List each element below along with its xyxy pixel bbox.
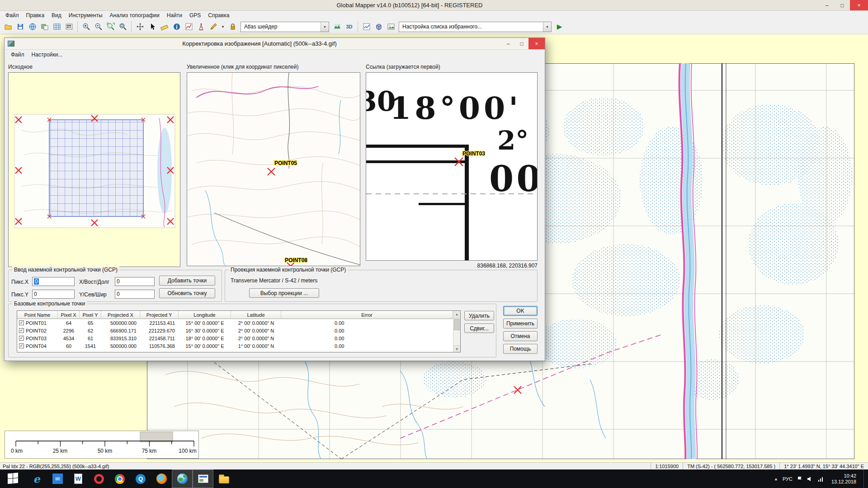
toolbar-overlay-button[interactable] <box>38 21 51 33</box>
taskbar-globalmapper-icon[interactable] <box>172 469 193 488</box>
dialog-menu-file[interactable]: Файл <box>7 51 28 58</box>
toolbar-pan-button[interactable] <box>134 21 146 33</box>
pixel-y-input[interactable]: 0 <box>32 290 75 299</box>
table-row[interactable]: ✓POINT01 64 65 500000.000 221153.411 15°… <box>17 319 460 327</box>
column-error[interactable]: Error <box>281 311 453 319</box>
toolbar-image-button[interactable] <box>385 21 397 33</box>
favorites-combo[interactable]: Настройка списка избранного... ▼ <box>399 22 552 32</box>
toolbar-lock-button[interactable] <box>226 21 239 33</box>
map-scale: 1:1015900 <box>651 463 683 469</box>
scrollbar-thumb[interactable] <box>454 319 460 330</box>
east-input[interactable]: 0 <box>115 277 155 286</box>
source-map-view[interactable] <box>8 72 180 267</box>
select-projection-button[interactable]: Выбор проекции ... <box>249 288 319 298</box>
toolbar-save-button[interactable] <box>14 21 26 33</box>
column-longitude[interactable]: Longitude <box>179 311 231 319</box>
shader-combo[interactable]: Atlas шейдер ▼ <box>241 22 329 32</box>
table-scrollbar[interactable]: ▲ ▼ <box>453 311 460 352</box>
menu-file[interactable]: Файл <box>2 12 23 19</box>
menu-tools[interactable]: Инструменты <box>65 12 106 19</box>
toolbar-path-profile-button[interactable] <box>360 21 373 33</box>
taskbar-chrome-icon[interactable] <box>109 469 130 488</box>
close-button[interactable]: × <box>850 0 868 10</box>
menu-view[interactable]: Вид <box>48 12 65 19</box>
pixel-x-input[interactable]: 0 <box>32 277 75 286</box>
taskbar-mail-icon[interactable]: ✉ <box>47 469 68 488</box>
toolbar-zoom-out-button[interactable] <box>92 21 104 33</box>
table-row[interactable]: ✓POINT02 2296 62 666900.171 221229.670 1… <box>17 327 460 334</box>
taskbar-firefox-icon[interactable] <box>151 469 172 488</box>
row-checkbox[interactable]: ✓ <box>19 343 24 348</box>
maximize-button[interactable]: □ <box>835 0 850 10</box>
column-projected-x[interactable]: Projected X <box>101 311 140 319</box>
column-point-name[interactable]: Point Name <box>17 311 58 319</box>
toolbar-info-button[interactable] <box>170 21 183 33</box>
flag-icon[interactable] <box>797 476 802 482</box>
taskbar-explorer-icon[interactable] <box>213 469 234 488</box>
toolbar-grid-button[interactable] <box>51 21 63 33</box>
toolbar-measure-button[interactable] <box>158 21 170 33</box>
language-indicator[interactable]: РУС <box>783 476 793 482</box>
apply-button[interactable]: Применить <box>503 319 538 328</box>
taskbar-word-icon[interactable]: W <box>68 469 89 488</box>
taskbar-q-icon[interactable]: Q <box>130 469 151 488</box>
toolbar-more-dropdown-button[interactable]: ▼ <box>219 21 226 33</box>
toolbar-terrain-button[interactable] <box>331 21 343 33</box>
start-button[interactable] <box>0 469 26 488</box>
toolbar-profile-button[interactable] <box>183 21 195 33</box>
menu-help[interactable]: Справка <box>204 12 233 19</box>
menu-search[interactable]: Найти <box>163 12 186 19</box>
minimize-button[interactable]: – <box>819 0 835 10</box>
row-checkbox[interactable]: ✓ <box>19 328 24 333</box>
column-latitude[interactable]: Latitude <box>231 311 281 319</box>
taskbar-opera-icon[interactable] <box>89 469 109 488</box>
volume-icon[interactable] <box>807 476 813 482</box>
reference-map-view[interactable]: 30 18°00' 2° 00 POINT03 <box>366 72 538 261</box>
scroll-down-icon[interactable]: ▼ <box>453 345 460 352</box>
column-pixel-y[interactable]: Pixel Y <box>80 311 101 319</box>
toolbar-zoom-box-button[interactable] <box>117 21 129 33</box>
toolbar-zoom-in-button[interactable] <box>80 21 92 33</box>
table-row[interactable]: ✓POINT04 60 1541 500000.000 110576.368 1… <box>17 342 460 350</box>
row-checkbox[interactable]: ✓ <box>19 336 24 341</box>
toolbar-run-button[interactable]: ▶ <box>553 21 566 33</box>
network-icon[interactable] <box>818 476 824 482</box>
toolbar-gps-tower-button[interactable] <box>195 21 207 33</box>
help-button[interactable]: Помощь <box>503 344 538 354</box>
toolbar-digitizer-button[interactable] <box>207 21 219 33</box>
toolbar-pointer-button[interactable] <box>146 21 158 33</box>
column-pixel-x[interactable]: Pixel X <box>58 311 80 319</box>
toolbar-open-button[interactable] <box>2 21 14 33</box>
zoomed-map-view[interactable]: POINT05 POINT08 <box>187 72 360 266</box>
tray-expand-icon[interactable]: ▲ <box>774 477 778 481</box>
cancel-button[interactable]: Отмена <box>503 331 538 341</box>
update-point-button[interactable]: Обновить точку <box>159 288 215 298</box>
scroll-up-icon[interactable]: ▲ <box>453 311 460 318</box>
ok-button[interactable]: OK <box>503 306 538 316</box>
gcp-table[interactable]: Point Name Pixel X Pixel Y Projected X P… <box>17 310 461 352</box>
dialog-minimize-button[interactable]: – <box>501 38 515 49</box>
toolbar-palette-button[interactable] <box>63 21 75 33</box>
shift-button[interactable]: Сдвиг... <box>464 324 494 333</box>
dialog-menu-settings[interactable]: Настройки... <box>28 51 66 58</box>
toolbar-3d-view-button[interactable]: 3D <box>343 21 355 33</box>
taskbar-image-window-icon[interactable] <box>193 469 213 488</box>
dialog-close-button[interactable]: × <box>528 38 545 49</box>
row-checkbox[interactable]: ✓ <box>19 320 24 325</box>
menu-edit[interactable]: Правка <box>23 12 48 19</box>
delete-point-button[interactable]: Удалить <box>464 311 494 320</box>
table-row[interactable]: ✓POINT03 4534 61 833915.310 221458.711 1… <box>17 334 460 342</box>
dialog-system-icon[interactable] <box>8 41 14 47</box>
dialog-maximize-button[interactable]: □ <box>515 38 528 49</box>
show-desktop-button[interactable] <box>863 469 867 488</box>
menu-terrain-analysis[interactable]: Анализ топографии <box>106 12 163 19</box>
clock[interactable]: 10:42 13.12.2018 <box>829 473 859 485</box>
taskbar-ie-icon[interactable]: e <box>26 469 47 488</box>
add-point-button[interactable]: Добавить точки <box>159 276 215 286</box>
toolbar-globe-button[interactable] <box>26 21 38 33</box>
toolbar-zoom-full-button[interactable] <box>104 21 117 33</box>
toolbar-cube-button[interactable] <box>373 21 385 33</box>
north-input[interactable]: 0 <box>115 290 155 299</box>
menu-gps[interactable]: GPS <box>186 12 204 19</box>
column-projected-y[interactable]: Projected Y <box>140 311 179 319</box>
